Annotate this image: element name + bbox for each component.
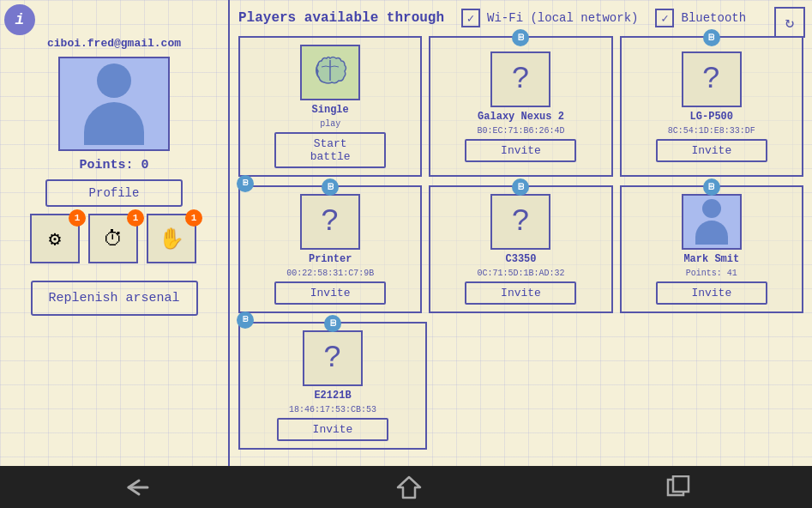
badge-timer: ⏱ 1 — [88, 214, 140, 265]
row2-bt-indicator: ᗸ — [237, 175, 254, 192]
badge-hand: ✋ 1 — [147, 214, 198, 265]
players-row-2: ᗸ ᗸ ? Printer 00:22:58:31:C7:9B Invite ᗸ… — [238, 185, 803, 313]
player-e2121b-sub: 18:46:17:53:CB:53 — [289, 405, 376, 414]
svg-marker-4 — [398, 477, 420, 498]
points-display: Points: 0 — [79, 158, 148, 172]
empty-space — [434, 322, 803, 450]
player-card-mark-smit: ᗸ Mark Smit Points: 41 Invite — [620, 185, 803, 313]
player-single-name: Single — [312, 104, 349, 116]
left-panel: i ciboi.fred@gmail.com Points: 0 Profile… — [0, 0, 230, 466]
brain-thumbnail — [300, 45, 360, 100]
player-card-galaxy-nexus-2: ᗸ ? Galaxy Nexus 2 B0:EC:71:B6:26:4D Inv… — [429, 36, 612, 177]
question-thumbnail-galaxy: ? — [490, 51, 550, 107]
player-single-sub: play — [320, 119, 340, 129]
badge-timer-count: 1 — [127, 209, 144, 227]
back-icon — [122, 477, 153, 498]
bluetooth-indicator-lg: ᗸ — [703, 29, 720, 46]
player-card-c3350: ᗸ ? C3350 0C:71:5D:1B:AD:32 Invite — [429, 185, 612, 313]
bluetooth-section: ✓ Bluetooth — [655, 9, 746, 27]
player-lg-sub: 8C:54:1D:E8:33:DF — [668, 126, 755, 136]
player-card-e2121b: ᗸ ? E2121B 18:46:17:53:CB:53 Invite — [238, 322, 427, 450]
info-icon[interactable]: i — [4, 4, 35, 35]
replenish-arsenal-button[interactable]: Replenish arsenal — [31, 281, 198, 316]
start-battle-button[interactable]: Start battle — [274, 132, 386, 168]
back-button[interactable] — [105, 470, 170, 505]
badges-row: ⚙ 1 ⏱ 1 ✋ 1 — [30, 214, 198, 265]
home-button[interactable] — [379, 469, 439, 506]
bluetooth-indicator: ᗸ — [512, 29, 529, 46]
right-header: Players available through ✓ Wi-Fi (local… — [238, 9, 803, 27]
avatar-head — [97, 64, 131, 98]
bt-label: Bluetooth — [681, 11, 746, 25]
bt-checkbox[interactable]: ✓ — [655, 9, 674, 27]
invite-e2121b-button[interactable]: Invite — [277, 418, 388, 441]
player-mark-sub: Points: 41 — [686, 269, 737, 278]
row3-bt-indicator: ᗸ — [237, 311, 254, 329]
bluetooth-indicator-e2121b: ᗸ — [324, 315, 341, 332]
invite-c3350-button[interactable]: Invite — [465, 281, 576, 305]
wifi-label: Wi-Fi (local network) — [487, 11, 638, 25]
invite-lg-button[interactable]: Invite — [656, 139, 767, 162]
svg-rect-6 — [673, 476, 689, 492]
person-thumbnail-mark — [682, 194, 742, 250]
recent-icon — [666, 475, 690, 499]
question-thumbnail-c3350: ? — [490, 194, 550, 250]
question-thumbnail-e2121b: ? — [303, 330, 363, 386]
players-grid: Single play Start battle ᗸ ? Galaxy Nexu… — [238, 36, 803, 457]
avatar — [58, 57, 170, 151]
player-c3350-sub: 0C:71:5D:1B:AD:32 — [477, 269, 564, 278]
right-panel: Players available through ✓ Wi-Fi (local… — [230, 0, 812, 466]
bluetooth-indicator-printer: ᗸ — [322, 178, 339, 196]
players-row-3: ᗸ ᗸ ? E2121B 18:46:17:53:CB:53 Invite — [238, 322, 803, 450]
player-lg-name: LG-P500 — [690, 111, 733, 123]
recent-apps-button[interactable] — [649, 469, 707, 506]
wifi-section: ✓ Wi-Fi (local network) — [461, 9, 638, 27]
invite-mark-button[interactable]: Invite — [656, 281, 767, 305]
invite-galaxy-button[interactable]: Invite — [465, 139, 576, 162]
navigation-bar — [0, 466, 812, 508]
user-email: ciboi.fred@gmail.com — [47, 37, 181, 50]
player-mark-name: Mark Smit — [683, 253, 739, 265]
bluetooth-indicator-c3350: ᗸ — [512, 178, 529, 196]
player-e2121b-name: E2121B — [314, 390, 351, 402]
badge-puzzle-count: 1 — [69, 209, 86, 227]
player-galaxy-sub: B0:EC:71:B6:26:4D — [477, 126, 564, 136]
invite-printer-button[interactable]: Invite — [274, 281, 386, 305]
player-card-single-play: Single play Start battle — [238, 36, 422, 177]
bluetooth-indicator-mark: ᗸ — [703, 178, 720, 196]
profile-button[interactable]: Profile — [45, 179, 183, 207]
players-title: Players available through — [238, 10, 444, 26]
badge-hand-count: 1 — [185, 209, 202, 227]
home-icon — [396, 475, 422, 499]
refresh-button[interactable]: ↻ — [774, 7, 805, 38]
player-card-lg-p500: ᗸ ? LG-P500 8C:54:1D:E8:33:DF Invite — [620, 36, 803, 177]
player-printer-sub: 00:22:58:31:C7:9B — [286, 269, 374, 278]
wifi-checkbox[interactable]: ✓ — [461, 9, 480, 27]
players-row-1: Single play Start battle ᗸ ? Galaxy Nexu… — [238, 36, 803, 177]
player-printer-name: Printer — [309, 253, 352, 265]
player-galaxy-name: Galaxy Nexus 2 — [478, 111, 564, 123]
player-c3350-name: C3350 — [505, 253, 536, 265]
badge-puzzle: ⚙ 1 — [30, 214, 81, 265]
question-thumbnail-lg: ? — [682, 51, 742, 107]
question-thumbnail-printer: ? — [300, 194, 360, 250]
player-card-printer: ᗸ ? Printer 00:22:58:31:C7:9B Invite — [238, 185, 422, 313]
avatar-body — [84, 102, 144, 145]
